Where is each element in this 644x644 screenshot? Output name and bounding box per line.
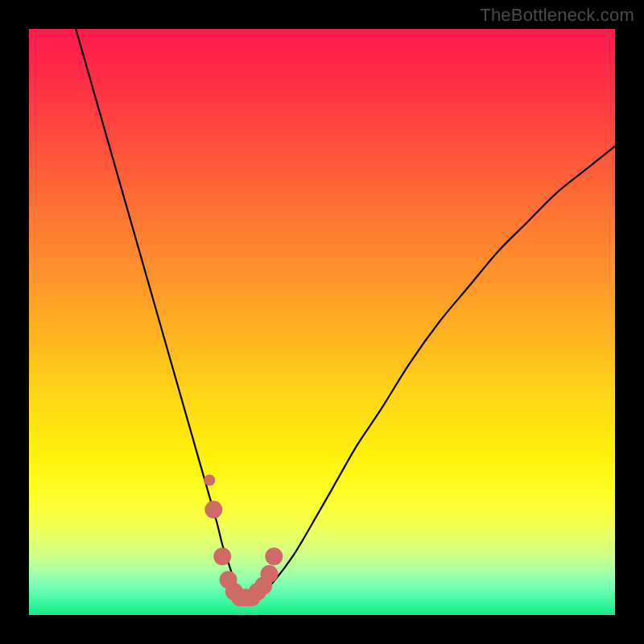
- highlight-dot: [265, 547, 283, 565]
- highlight-dot: [260, 565, 278, 583]
- highlight-dot: [213, 547, 231, 565]
- watermark-text: TheBottleneck.com: [480, 5, 634, 26]
- chart-plot-area: [29, 29, 615, 615]
- chart-svg: [29, 29, 615, 615]
- highlight-dots: [204, 475, 283, 607]
- chart-frame: TheBottleneck.com: [0, 0, 644, 644]
- highlight-dot: [204, 475, 215, 486]
- bottleneck-curve: [76, 29, 615, 598]
- highlight-dot: [204, 501, 222, 518]
